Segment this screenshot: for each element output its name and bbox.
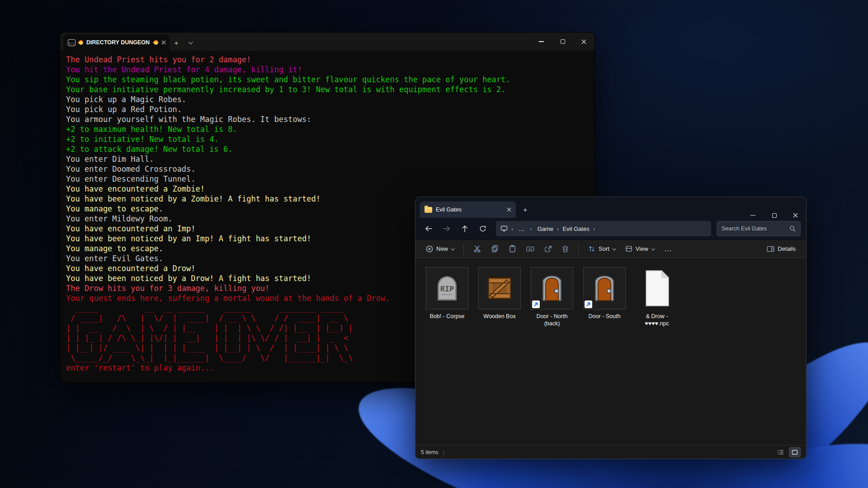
breadcrumb-ellipsis[interactable]: … <box>517 225 526 233</box>
file-thumbnail[interactable] <box>478 267 521 310</box>
back-button[interactable] <box>421 221 436 236</box>
cut-button[interactable] <box>469 242 485 255</box>
refresh-icon <box>479 225 486 232</box>
file-thumbnail[interactable]: RIP <box>426 267 468 310</box>
terminal-tab-close-icon[interactable] <box>161 40 166 45</box>
flame-icon <box>78 39 84 46</box>
terminal-line: +2 to maximum health! New total is 8. <box>66 125 237 134</box>
terminal-line: You enter Dim Hall. <box>66 155 154 164</box>
copy-icon <box>491 245 499 253</box>
search-input[interactable]: Search Evil Gates <box>717 221 801 236</box>
status-separator: | <box>443 449 444 455</box>
new-button[interactable]: New <box>422 243 458 255</box>
terminal-minimize-button[interactable] <box>531 33 552 51</box>
terminal-line: / ____| /\ | \/ | ____| / __ \ \ / / ___… <box>66 314 358 323</box>
details-view-toggle[interactable] <box>774 447 786 457</box>
file-label: Door - North (back) <box>528 313 576 328</box>
breadcrumb-item[interactable]: Game <box>536 225 555 233</box>
file-thumbnail[interactable] <box>583 267 626 310</box>
minimize-icon <box>539 41 544 42</box>
terminal-line: You manage to escape. <box>66 244 163 253</box>
terminal-line: You sip the steaming black potion, its s… <box>66 75 510 84</box>
rename-button[interactable]: A <box>522 243 538 255</box>
share-button[interactable] <box>540 243 556 255</box>
terminal-tab[interactable]: C:\ DIRECTORY DUNGEON <box>63 34 170 51</box>
shortcut-arrow-badge <box>585 300 592 308</box>
details-pane-icon <box>767 246 774 252</box>
trash-icon <box>562 245 569 253</box>
file-item[interactable]: & Drow - ♥♥♥♥.npc <box>633 267 680 328</box>
more-button[interactable]: … <box>660 242 676 256</box>
arrow-left-icon <box>425 225 432 232</box>
file-thumbnail[interactable] <box>636 267 678 310</box>
explorer-new-tab-button[interactable]: + <box>523 206 527 214</box>
terminal-maximize-button[interactable] <box>552 33 573 51</box>
arrow-up-icon <box>462 225 468 232</box>
copy-button[interactable] <box>487 242 503 255</box>
file-item[interactable]: RIPBob! - Corpse <box>424 267 471 320</box>
terminal-tab-title: DIRECTORY DUNGEON <box>86 39 151 46</box>
flame-icon <box>153 39 159 46</box>
search-icon <box>789 225 796 232</box>
rename-icon: A <box>526 245 534 253</box>
terminal-line: You have encountered a Drow! <box>66 264 196 273</box>
chevron-down-icon <box>651 247 655 250</box>
terminal-line: Your base initiative permanently increas… <box>66 85 505 94</box>
breadcrumb[interactable]: › … › Game›Evil Gates› <box>496 221 711 236</box>
toolbar-separator <box>578 244 579 254</box>
tombstone-icon: RIP <box>431 272 463 304</box>
terminal-line: You pick up a Magic Robes. <box>66 95 186 104</box>
arrow-right-icon <box>443 225 450 232</box>
terminal-line: | | |_ | / /\ \ | |\/| | __| | | | |\ \/… <box>66 333 358 343</box>
view-icon <box>625 245 632 252</box>
terminal-new-tab-button[interactable]: + <box>170 34 183 51</box>
terminal-line: _____ __ __ ______ ______ ________ _____ <box>66 304 358 313</box>
folder-icon <box>425 207 432 213</box>
terminal-line: +2 to attack damage! New total is 6. <box>66 145 232 154</box>
explorer-maximize-button[interactable] <box>764 213 785 218</box>
delete-button[interactable] <box>558 243 573 255</box>
explorer-file-area[interactable]: RIPBob! - CorpseWooden BoxDoor - North (… <box>415 258 806 445</box>
file-item[interactable]: Door - South <box>581 267 628 320</box>
paste-button[interactable] <box>505 242 520 255</box>
this-pc-icon <box>500 225 508 232</box>
view-button[interactable]: View <box>621 243 658 255</box>
sort-icon <box>588 245 595 253</box>
file-label: Door - South <box>589 313 621 320</box>
up-button[interactable] <box>457 221 472 236</box>
search-placeholder: Search Evil Gates <box>722 225 786 232</box>
explorer-close-button[interactable] <box>785 213 806 218</box>
terminal-line: enter 'restart' to play again... <box>66 363 214 372</box>
file-item[interactable]: Door - North (back) <box>528 267 576 328</box>
file-item[interactable]: Wooden Box <box>476 267 523 320</box>
toolbar-separator <box>463 244 464 254</box>
explorer-tab[interactable]: Evil Gates <box>420 202 516 218</box>
terminal-line: You have encountered an Imp! <box>66 224 196 233</box>
refresh-button[interactable] <box>475 221 491 236</box>
details-button[interactable]: Details <box>763 243 800 255</box>
sort-button[interactable]: Sort <box>584 243 619 255</box>
file-label: Wooden Box <box>483 313 515 320</box>
explorer-tab-bar[interactable]: Evil Gates + <box>415 197 806 218</box>
new-plus-icon <box>426 245 433 253</box>
explorer-tab-close-icon[interactable] <box>507 207 511 212</box>
close-icon <box>581 39 586 44</box>
terminal-line: \_____/_/ \_\_| |_|______| \____/ \/ |__… <box>66 353 358 362</box>
forward-button[interactable] <box>439 221 454 236</box>
terminal-close-button[interactable] <box>573 33 594 51</box>
details-button-label: Details <box>778 245 796 252</box>
terminal-line: Your quest ends here, suffering a mortal… <box>66 294 390 303</box>
maximize-icon <box>772 213 777 218</box>
breadcrumb-item[interactable]: Evil Gates <box>561 225 591 233</box>
terminal-titlebar[interactable]: C:\ DIRECTORY DUNGEON + <box>60 33 594 51</box>
terminal-tab-dropdown-button[interactable] <box>183 34 197 51</box>
chevron-down-icon <box>451 247 454 250</box>
cmd-icon: C:\ <box>68 39 75 46</box>
explorer-minimize-button[interactable] <box>742 213 764 218</box>
generic-file-icon <box>641 270 673 307</box>
file-thumbnail[interactable] <box>531 267 573 310</box>
terminal-line: You enter Mildewy Room. <box>66 214 172 223</box>
explorer-tab-title: Evil Gates <box>436 206 503 213</box>
large-icons-view-toggle[interactable] <box>789 447 801 457</box>
terminal-line: You have been noticed by a Zombie! A fig… <box>66 194 321 203</box>
